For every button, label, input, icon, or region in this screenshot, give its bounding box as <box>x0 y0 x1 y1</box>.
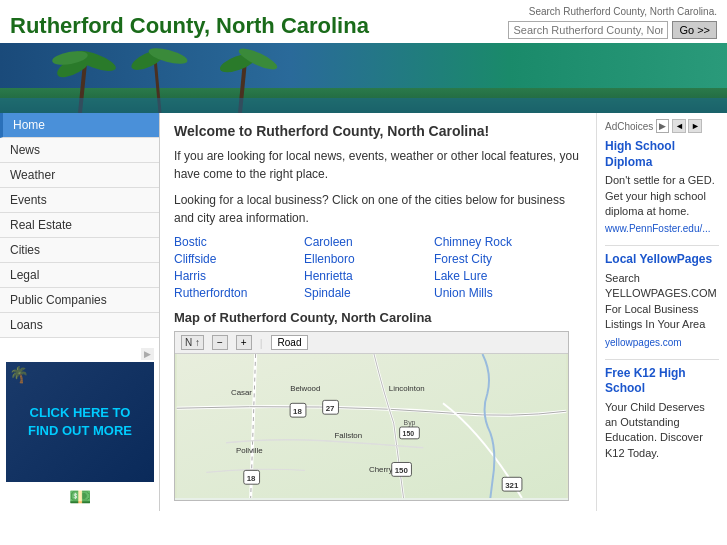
ad-divider-2 <box>605 359 719 360</box>
ad-nav: ◄ ► <box>672 119 702 133</box>
svg-text:18: 18 <box>247 474 256 483</box>
ad-nav-prev[interactable]: ◄ <box>672 119 686 133</box>
map-container: N ↑ − + | Road <box>174 331 569 501</box>
ad-tag: ▶ <box>141 348 154 360</box>
sidebar: Home News Weather Events Real Estate Cit… <box>0 113 160 511</box>
ad3-body: Your Child Deserves an Outstanding Educa… <box>605 400 719 462</box>
ad-block-1: High School Diploma Don't settle for a G… <box>605 139 719 235</box>
main-layout: Home News Weather Events Real Estate Cit… <box>0 113 727 511</box>
svg-text:Pollville: Pollville <box>236 446 263 455</box>
ad-choices-bar: AdChoices ▶ ◄ ► <box>605 119 719 133</box>
ad1-title[interactable]: High School Diploma <box>605 139 719 170</box>
city-col-2: Caroleen Ellenboro Henrietta Spindale <box>304 235 424 300</box>
main-content: Welcome to Rutherford County, North Caro… <box>160 113 597 511</box>
svg-text:321: 321 <box>505 481 519 490</box>
city-link-spindale[interactable]: Spindale <box>304 286 424 300</box>
ad-nav-next[interactable]: ► <box>688 119 702 133</box>
city-link-ellenboro[interactable]: Ellenboro <box>304 252 424 266</box>
palm-decoration: 🌴 <box>9 365 150 384</box>
sidebar-item-home[interactable]: Home <box>0 113 159 138</box>
map-toolbar: N ↑ − + | Road <box>175 332 568 354</box>
compass-icon: N ↑ <box>181 335 204 350</box>
content-heading: Welcome to Rutherford County, North Caro… <box>174 123 582 139</box>
map-canvas[interactable]: Casar Belwood Lincolnton Fallston Pollvi… <box>175 354 568 498</box>
left-ad-content[interactable]: 🌴 CLICK HERE TO FIND OUT MORE <box>6 362 154 482</box>
ad-money-icon: 💵 <box>0 486 160 508</box>
banner-image <box>0 43 727 113</box>
map-separator: | <box>260 337 263 349</box>
ad-block-2: Local YellowPages Search YELLOWPAGES.COM… <box>605 252 719 348</box>
svg-rect-12 <box>0 98 727 113</box>
business-text: Looking for a local business? Click on o… <box>174 191 582 227</box>
svg-text:150: 150 <box>395 466 409 475</box>
search-input[interactable] <box>508 21 668 39</box>
map-zoom-out[interactable]: − <box>212 335 228 350</box>
ad-divider-1 <box>605 245 719 246</box>
search-button[interactable]: Go >> <box>672 21 717 39</box>
ad3-title[interactable]: Free K12 High School <box>605 366 719 397</box>
search-label: Search Rutherford County, North Carolina… <box>529 6 717 17</box>
city-link-henrietta[interactable]: Henrietta <box>304 269 424 283</box>
svg-text:Lincolnton: Lincolnton <box>389 384 425 393</box>
city-link-chimney-rock[interactable]: Chimney Rock <box>434 235 554 249</box>
svg-text:150: 150 <box>403 430 415 437</box>
ad-choices-icon: ▶ <box>656 119 669 133</box>
svg-text:Casar: Casar <box>231 388 252 397</box>
city-link-harris[interactable]: Harris <box>174 269 294 283</box>
city-link-lake-lure[interactable]: Lake Lure <box>434 269 554 283</box>
ad-choices-label: AdChoices <box>605 121 653 132</box>
sidebar-item-legal[interactable]: Legal <box>0 263 159 288</box>
map-road-view[interactable]: Road <box>271 335 309 350</box>
sidebar-item-public-companies[interactable]: Public Companies <box>0 288 159 313</box>
city-link-cliffside[interactable]: Cliffside <box>174 252 294 266</box>
sidebar-item-events[interactable]: Events <box>0 188 159 213</box>
ad2-body: Search YELLOWPAGES.COM For Local Busines… <box>605 271 719 333</box>
ad2-title[interactable]: Local YellowPages <box>605 252 719 268</box>
ad2-link[interactable]: yellowpages.com <box>605 337 682 348</box>
svg-text:Fallston: Fallston <box>335 431 363 440</box>
ad-block-3: Free K12 High School Your Child Deserves… <box>605 366 719 462</box>
city-link-union-mills[interactable]: Union Mills <box>434 286 554 300</box>
city-link-bostic[interactable]: Bostic <box>174 235 294 249</box>
city-link-forest-city[interactable]: Forest City <box>434 252 554 266</box>
sidebar-item-news[interactable]: News <box>0 138 159 163</box>
search-row: Go >> <box>508 21 717 39</box>
map-heading: Map of Rutherford County, North Carolina <box>174 310 582 325</box>
sidebar-item-loans[interactable]: Loans <box>0 313 159 338</box>
sidebar-item-weather[interactable]: Weather <box>0 163 159 188</box>
city-links: Bostic Cliffside Harris Rutherfordton Ca… <box>174 235 582 300</box>
banner-svg <box>0 43 727 113</box>
svg-text:Byp: Byp <box>404 419 416 427</box>
page-title: Rutherford County, North Carolina <box>10 13 369 39</box>
ad1-body: Don't settle for a GED. Get your high sc… <box>605 173 719 219</box>
search-area: Search Rutherford County, North Carolina… <box>508 6 717 39</box>
map-svg: Casar Belwood Lincolnton Fallston Pollvi… <box>175 354 568 498</box>
ad-sidebar: AdChoices ▶ ◄ ► High School Diploma Don'… <box>597 113 727 511</box>
ad-click-text: CLICK HERE TO FIND OUT MORE <box>14 404 146 440</box>
svg-text:27: 27 <box>326 404 335 413</box>
sidebar-item-real-estate[interactable]: Real Estate <box>0 213 159 238</box>
sidebar-item-cities[interactable]: Cities <box>0 238 159 263</box>
banner-background <box>0 43 727 113</box>
city-col-1: Bostic Cliffside Harris Rutherfordton <box>174 235 294 300</box>
city-link-rutherfordton[interactable]: Rutherfordton <box>174 286 294 300</box>
left-advertisement: ▶ 🌴 CLICK HERE TO FIND OUT MORE 💵 <box>0 346 160 508</box>
city-col-3: Chimney Rock Forest City Lake Lure Union… <box>434 235 554 300</box>
page-header: Rutherford County, North Carolina Search… <box>0 0 727 43</box>
map-section: Map of Rutherford County, North Carolina… <box>174 310 582 501</box>
intro-text: If you are looking for local news, event… <box>174 147 582 183</box>
city-link-caroleen[interactable]: Caroleen <box>304 235 424 249</box>
svg-text:Belwood: Belwood <box>290 384 320 393</box>
svg-text:18: 18 <box>293 407 302 416</box>
ad1-link[interactable]: www.PennFoster.edu/... <box>605 223 711 234</box>
map-zoom-in[interactable]: + <box>236 335 252 350</box>
